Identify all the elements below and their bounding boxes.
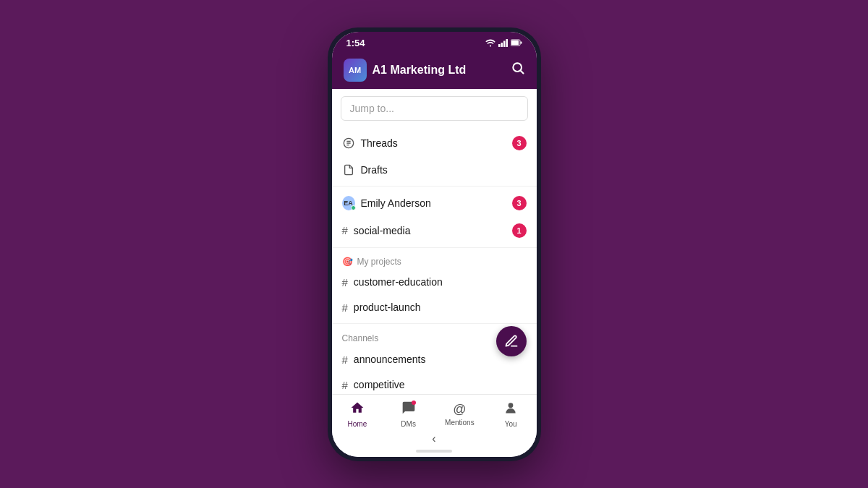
hash-icon-customer-edu: # <box>342 276 348 288</box>
back-button[interactable]: ‹ <box>432 432 435 445</box>
compose-icon <box>504 334 519 348</box>
svg-rect-0 <box>498 44 501 47</box>
svg-line-8 <box>520 71 523 74</box>
bottom-nav: Home DMs @ Mentions <box>332 394 537 431</box>
emily-badge: 3 <box>512 196 527 210</box>
hash-icon-competitive: # <box>342 379 348 391</box>
nav-mentions-label: Mentions <box>445 419 475 427</box>
wifi-icon <box>485 39 495 47</box>
nav-mentions[interactable]: @ Mentions <box>434 402 485 427</box>
compose-fab[interactable] <box>496 326 527 356</box>
social-media-badge: 1 <box>512 223 527 238</box>
mentions-icon: @ <box>453 402 466 417</box>
app-header: AM A1 Marketing Ltd <box>332 53 537 89</box>
nav-you-label: You <box>505 420 517 428</box>
product-launch-item[interactable]: # product-launch <box>332 295 537 320</box>
drafts-label: Drafts <box>361 164 527 176</box>
home-indicator <box>416 450 452 453</box>
dms-notification-dot <box>412 401 416 405</box>
customer-education-item[interactable]: # customer-education <box>332 270 537 295</box>
my-projects-label: My projects <box>357 257 401 267</box>
hash-icon-announcements: # <box>342 354 348 366</box>
my-projects-icon: 🎯 <box>342 257 353 267</box>
nav-dms-label: DMs <box>401 420 416 428</box>
phone-screen: 1:54 <box>332 32 537 457</box>
competitive-label: competitive <box>354 379 527 390</box>
workspace-name: A1 Marketing Ltd <box>373 64 467 77</box>
status-time: 1:54 <box>346 38 365 48</box>
nav-home-label: Home <box>348 420 367 428</box>
status-icons <box>485 39 522 47</box>
hash-icon-product-launch: # <box>342 301 348 314</box>
competitive-item[interactable]: # competitive <box>332 372 537 394</box>
svg-rect-3 <box>506 39 508 47</box>
search-bar-container: Jump to... <box>332 89 537 127</box>
threads-item[interactable]: Threads 3 <box>332 129 537 157</box>
you-icon <box>503 401 518 419</box>
customer-education-label: customer-education <box>354 276 527 288</box>
emily-avatar-icon: EA <box>342 197 355 210</box>
signal-icon <box>498 39 508 47</box>
threads-drafts-section: Threads 3 Drafts <box>332 127 537 187</box>
dm-section: EA Emily Anderson 3 # social-media 1 <box>332 187 537 248</box>
my-projects-header: 🎯 My projects <box>332 251 537 270</box>
product-launch-label: product-launch <box>354 301 527 313</box>
nav-you[interactable]: You <box>485 401 537 428</box>
battery-icon <box>511 39 522 46</box>
threads-label: Threads <box>361 137 506 149</box>
svg-rect-2 <box>503 40 506 47</box>
bottom-handle-bar <box>332 447 537 457</box>
social-media-label: social-media <box>354 225 506 236</box>
svg-rect-1 <box>501 43 503 47</box>
search-bar[interactable]: Jump to... <box>341 96 528 121</box>
drafts-icon <box>342 163 355 176</box>
search-placeholder: Jump to... <box>350 103 394 114</box>
main-content: Threads 3 Drafts <box>332 127 537 394</box>
channels-label: Channels <box>342 333 379 343</box>
workspace-avatar[interactable]: AM <box>344 59 367 82</box>
svg-point-10 <box>509 403 514 408</box>
drafts-item[interactable]: Drafts <box>332 157 537 183</box>
home-icon <box>350 401 365 419</box>
search-icon[interactable] <box>511 61 525 79</box>
dm-social-media[interactable]: # social-media 1 <box>332 217 537 244</box>
threads-badge: 3 <box>512 136 527 150</box>
nav-home[interactable]: Home <box>332 401 383 428</box>
svg-rect-6 <box>511 40 519 45</box>
threads-icon <box>342 137 355 150</box>
header-left: AM A1 Marketing Ltd <box>344 59 467 82</box>
dm-emily[interactable]: EA Emily Anderson 3 <box>332 189 537 217</box>
my-projects-section: 🎯 My projects # customer-education # pro… <box>332 248 537 324</box>
nav-dms[interactable]: DMs <box>383 401 434 428</box>
phone-frame: 1:54 <box>328 27 541 461</box>
back-button-bar: ‹ <box>332 431 537 447</box>
status-bar: 1:54 <box>332 32 537 53</box>
emily-label: Emily Anderson <box>361 197 506 209</box>
dms-icon <box>401 401 416 419</box>
svg-rect-5 <box>520 42 522 44</box>
announcements-label: announcements <box>354 354 527 365</box>
hash-icon-social: # <box>342 224 348 236</box>
